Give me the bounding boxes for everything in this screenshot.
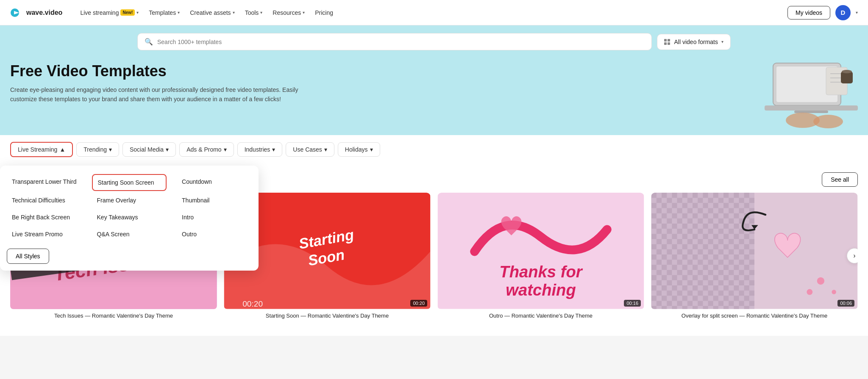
chevron-down-icon: ▾ — [324, 146, 327, 153]
chevron-down-icon: ▾ — [303, 10, 305, 15]
dropdown-key-takeaways[interactable]: Key Takeaways — [92, 210, 167, 225]
dropdown-qa-screen[interactable]: Q&A Screen — [92, 227, 167, 242]
nav-right: My videos D ▾ — [787, 5, 858, 20]
logo-icon — [10, 8, 24, 17]
chevron-up-icon: ▲ — [59, 146, 65, 153]
filter-trending[interactable]: Trending ▾ — [76, 142, 119, 157]
avatar[interactable]: D — [835, 5, 851, 20]
dropdown-transparent-lower-third[interactable]: Transparent Lower Third — [7, 174, 82, 191]
nav-creative-assets[interactable]: Creative assets ▾ — [186, 7, 239, 19]
filter-live-streaming[interactable]: Live Streaming ▲ — [10, 142, 73, 157]
search-icon: 🔍 — [145, 38, 153, 46]
card-title: Outro — Romantic Valentine's Day Theme — [437, 313, 644, 319]
search-bar: 🔍 — [137, 33, 652, 50]
svg-rect-12 — [841, 72, 853, 83]
search-input[interactable] — [157, 39, 645, 45]
search-bar-row: 🔍 All video formats ▾ — [137, 33, 731, 50]
card-thumbnail: 00:06 — [651, 193, 858, 309]
filter-ads-promo[interactable]: Ads & Promo ▾ — [179, 142, 234, 157]
svg-point-45 — [817, 277, 824, 285]
svg-text:watching: watching — [506, 281, 576, 299]
card-duration: 00:20 — [410, 300, 427, 307]
dropdown-outro[interactable]: Outro — [177, 227, 252, 242]
chevron-down-icon: ▾ — [136, 10, 139, 15]
card-title: Tech Issues — Romantic Valentine's Day T… — [10, 313, 217, 319]
card-thumbnail: Thanks for watching 00:16 — [437, 193, 644, 309]
hero-banner: Free Video Templates Create eye-pleasing… — [0, 50, 868, 135]
hero-illustration — [765, 55, 858, 135]
format-label: All video formats — [674, 39, 718, 45]
nav-live-streaming[interactable]: Live streaming New! ▾ — [76, 7, 143, 19]
svg-point-7 — [813, 115, 843, 128]
filters-section: Live Streaming ▲ Trending ▾ Social Media… — [0, 135, 868, 164]
hero-title: Free Video Templates — [10, 62, 298, 80]
card-outro[interactable]: Thanks for watching 00:16 Outro — Romant… — [437, 193, 644, 319]
svg-text:00:20: 00:20 — [242, 299, 263, 308]
my-videos-button[interactable]: My videos — [787, 6, 830, 19]
logo[interactable]: wave.video — [10, 8, 62, 17]
svg-rect-4 — [765, 105, 858, 111]
hero-text: Free Video Templates Create eye-pleasing… — [10, 62, 298, 104]
card-title: Starting Soon — Romantic Valentine's Day… — [224, 313, 431, 319]
svg-text:Thanks for: Thanks for — [499, 263, 583, 281]
chevron-down-icon: ▾ — [233, 10, 235, 15]
nav-tools[interactable]: Tools ▾ — [241, 7, 267, 19]
dropdown-starting-soon-screen[interactable]: Starting Soon Screen — [92, 174, 167, 191]
svg-rect-5 — [794, 111, 828, 113]
filter-use-cases[interactable]: Use Cases ▾ — [286, 142, 334, 157]
live-streaming-dropdown: Transparent Lower Third Starting Soon Sc… — [0, 166, 259, 271]
dropdown-live-stream-promo[interactable]: Live Stream Promo — [7, 227, 82, 242]
navbar: wave.video Live streaming New! ▾ Templat… — [0, 0, 868, 25]
see-all-button[interactable]: See all — [822, 172, 858, 187]
filter-holidays[interactable]: Holidays ▾ — [338, 142, 380, 157]
svg-point-13 — [842, 70, 852, 73]
card-duration: 00:16 — [624, 300, 641, 307]
dropdown-grid: Transparent Lower Third Starting Soon Sc… — [7, 174, 252, 242]
svg-point-47 — [832, 290, 836, 294]
dropdown-be-right-back[interactable]: Be Right Back Screen — [7, 210, 82, 225]
filter-social-media[interactable]: Social Media ▾ — [122, 142, 176, 157]
card-overlay[interactable]: 00:06 Overlay for split screen — Romanti… — [651, 193, 858, 319]
filter-industries[interactable]: Industries ▾ — [237, 142, 283, 157]
all-styles-button[interactable]: All Styles — [7, 249, 49, 264]
chevron-down-icon: ▾ — [272, 146, 275, 153]
svg-point-46 — [807, 289, 812, 295]
chevron-down-icon: ▾ — [109, 146, 112, 153]
search-section: 🔍 All video formats ▾ — [0, 25, 868, 50]
chevron-down-icon: ▾ — [721, 39, 723, 44]
chevron-down-icon: ▾ — [178, 10, 180, 15]
nav-links: Live streaming New! ▾ Templates ▾ Creati… — [76, 7, 787, 19]
chevron-down-icon: ▾ — [224, 146, 227, 153]
avatar-chevron-icon[interactable]: ▾ — [856, 10, 858, 15]
card-duration: 00:06 — [837, 300, 854, 307]
svg-rect-43 — [651, 193, 754, 309]
chevron-down-icon: ▾ — [260, 10, 262, 15]
card-title: Overlay for split screen — Romantic Vale… — [651, 313, 858, 319]
grid-icon — [664, 39, 671, 45]
chevron-down-icon: ▾ — [370, 146, 373, 153]
chevron-down-icon: ▾ — [166, 146, 169, 153]
nav-resources[interactable]: Resources ▾ — [268, 7, 309, 19]
dropdown-frame-overlay[interactable]: Frame Overlay — [92, 193, 167, 208]
dropdown-countdown[interactable]: Countdown — [177, 174, 252, 191]
logo-text: wave.video — [26, 9, 62, 17]
dropdown-intro[interactable]: Intro — [177, 210, 252, 225]
dropdown-thumbnail[interactable]: Thumbnail — [177, 193, 252, 208]
format-select[interactable]: All video formats ▾ — [657, 34, 731, 50]
hero-subtitle: Create eye-pleasing and engaging video c… — [10, 85, 298, 104]
nav-templates[interactable]: Templates ▾ — [145, 7, 184, 19]
new-badge: New! — [120, 9, 135, 16]
dropdown-technical-difficulties[interactable]: Technical Difficulties — [7, 193, 82, 208]
nav-pricing[interactable]: Pricing — [311, 7, 337, 19]
